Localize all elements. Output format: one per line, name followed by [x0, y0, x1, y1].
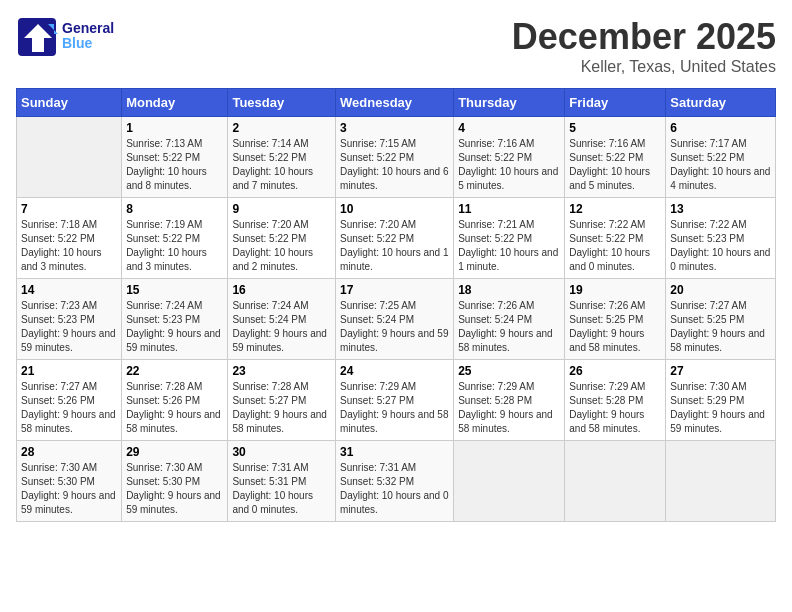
- day-cell: [565, 441, 666, 522]
- day-info: Sunrise: 7:14 AMSunset: 5:22 PMDaylight:…: [232, 137, 331, 193]
- page-header: General Blue December 2025 Keller, Texas…: [16, 16, 776, 76]
- day-cell: 11Sunrise: 7:21 AMSunset: 5:22 PMDayligh…: [454, 198, 565, 279]
- day-info: Sunrise: 7:24 AMSunset: 5:24 PMDaylight:…: [232, 299, 331, 355]
- day-info: Sunrise: 7:18 AMSunset: 5:22 PMDaylight:…: [21, 218, 117, 274]
- day-number: 17: [340, 283, 449, 297]
- logo: General Blue: [16, 16, 114, 56]
- day-cell: 25Sunrise: 7:29 AMSunset: 5:28 PMDayligh…: [454, 360, 565, 441]
- day-cell: 28Sunrise: 7:30 AMSunset: 5:30 PMDayligh…: [17, 441, 122, 522]
- day-number: 16: [232, 283, 331, 297]
- header-thursday: Thursday: [454, 89, 565, 117]
- week-row-5: 28Sunrise: 7:30 AMSunset: 5:30 PMDayligh…: [17, 441, 776, 522]
- day-cell: 29Sunrise: 7:30 AMSunset: 5:30 PMDayligh…: [122, 441, 228, 522]
- day-cell: 27Sunrise: 7:30 AMSunset: 5:29 PMDayligh…: [666, 360, 776, 441]
- header-tuesday: Tuesday: [228, 89, 336, 117]
- header-wednesday: Wednesday: [336, 89, 454, 117]
- day-info: Sunrise: 7:20 AMSunset: 5:22 PMDaylight:…: [340, 218, 449, 274]
- day-info: Sunrise: 7:29 AMSunset: 5:27 PMDaylight:…: [340, 380, 449, 436]
- day-number: 13: [670, 202, 771, 216]
- calendar-header-row: SundayMondayTuesdayWednesdayThursdayFrid…: [17, 89, 776, 117]
- day-cell: 19Sunrise: 7:26 AMSunset: 5:25 PMDayligh…: [565, 279, 666, 360]
- day-cell: 13Sunrise: 7:22 AMSunset: 5:23 PMDayligh…: [666, 198, 776, 279]
- day-info: Sunrise: 7:27 AMSunset: 5:26 PMDaylight:…: [21, 380, 117, 436]
- day-info: Sunrise: 7:30 AMSunset: 5:29 PMDaylight:…: [670, 380, 771, 436]
- day-cell: 22Sunrise: 7:28 AMSunset: 5:26 PMDayligh…: [122, 360, 228, 441]
- day-cell: [17, 117, 122, 198]
- day-info: Sunrise: 7:22 AMSunset: 5:23 PMDaylight:…: [670, 218, 771, 274]
- day-cell: 1Sunrise: 7:13 AMSunset: 5:22 PMDaylight…: [122, 117, 228, 198]
- day-info: Sunrise: 7:29 AMSunset: 5:28 PMDaylight:…: [569, 380, 661, 436]
- day-info: Sunrise: 7:23 AMSunset: 5:23 PMDaylight:…: [21, 299, 117, 355]
- day-info: Sunrise: 7:19 AMSunset: 5:22 PMDaylight:…: [126, 218, 223, 274]
- day-number: 22: [126, 364, 223, 378]
- day-cell: 31Sunrise: 7:31 AMSunset: 5:32 PMDayligh…: [336, 441, 454, 522]
- day-cell: 6Sunrise: 7:17 AMSunset: 5:22 PMDaylight…: [666, 117, 776, 198]
- day-info: Sunrise: 7:26 AMSunset: 5:25 PMDaylight:…: [569, 299, 661, 355]
- day-number: 8: [126, 202, 223, 216]
- day-number: 27: [670, 364, 771, 378]
- day-info: Sunrise: 7:20 AMSunset: 5:22 PMDaylight:…: [232, 218, 331, 274]
- day-cell: 23Sunrise: 7:28 AMSunset: 5:27 PMDayligh…: [228, 360, 336, 441]
- logo-text-general: General: [62, 21, 114, 36]
- day-number: 21: [21, 364, 117, 378]
- day-cell: 5Sunrise: 7:16 AMSunset: 5:22 PMDaylight…: [565, 117, 666, 198]
- day-cell: 21Sunrise: 7:27 AMSunset: 5:26 PMDayligh…: [17, 360, 122, 441]
- day-cell: 26Sunrise: 7:29 AMSunset: 5:28 PMDayligh…: [565, 360, 666, 441]
- day-number: 4: [458, 121, 560, 135]
- day-info: Sunrise: 7:29 AMSunset: 5:28 PMDaylight:…: [458, 380, 560, 436]
- day-info: Sunrise: 7:17 AMSunset: 5:22 PMDaylight:…: [670, 137, 771, 193]
- day-number: 24: [340, 364, 449, 378]
- day-number: 6: [670, 121, 771, 135]
- day-info: Sunrise: 7:28 AMSunset: 5:27 PMDaylight:…: [232, 380, 331, 436]
- header-friday: Friday: [565, 89, 666, 117]
- logo-text-blue: Blue: [62, 36, 114, 51]
- day-number: 1: [126, 121, 223, 135]
- day-info: Sunrise: 7:24 AMSunset: 5:23 PMDaylight:…: [126, 299, 223, 355]
- subtitle: Keller, Texas, United States: [512, 58, 776, 76]
- day-info: Sunrise: 7:22 AMSunset: 5:22 PMDaylight:…: [569, 218, 661, 274]
- day-cell: 7Sunrise: 7:18 AMSunset: 5:22 PMDaylight…: [17, 198, 122, 279]
- day-number: 28: [21, 445, 117, 459]
- day-cell: 16Sunrise: 7:24 AMSunset: 5:24 PMDayligh…: [228, 279, 336, 360]
- day-number: 20: [670, 283, 771, 297]
- day-cell: 10Sunrise: 7:20 AMSunset: 5:22 PMDayligh…: [336, 198, 454, 279]
- day-info: Sunrise: 7:25 AMSunset: 5:24 PMDaylight:…: [340, 299, 449, 355]
- day-number: 14: [21, 283, 117, 297]
- day-cell: [454, 441, 565, 522]
- day-number: 7: [21, 202, 117, 216]
- day-cell: 30Sunrise: 7:31 AMSunset: 5:31 PMDayligh…: [228, 441, 336, 522]
- day-cell: 18Sunrise: 7:26 AMSunset: 5:24 PMDayligh…: [454, 279, 565, 360]
- day-number: 31: [340, 445, 449, 459]
- day-number: 3: [340, 121, 449, 135]
- day-number: 30: [232, 445, 331, 459]
- day-info: Sunrise: 7:31 AMSunset: 5:31 PMDaylight:…: [232, 461, 331, 517]
- header-saturday: Saturday: [666, 89, 776, 117]
- day-number: 29: [126, 445, 223, 459]
- day-cell: 12Sunrise: 7:22 AMSunset: 5:22 PMDayligh…: [565, 198, 666, 279]
- day-cell: 9Sunrise: 7:20 AMSunset: 5:22 PMDaylight…: [228, 198, 336, 279]
- day-number: 19: [569, 283, 661, 297]
- day-number: 15: [126, 283, 223, 297]
- day-cell: 17Sunrise: 7:25 AMSunset: 5:24 PMDayligh…: [336, 279, 454, 360]
- day-info: Sunrise: 7:27 AMSunset: 5:25 PMDaylight:…: [670, 299, 771, 355]
- main-title: December 2025: [512, 16, 776, 58]
- week-row-4: 21Sunrise: 7:27 AMSunset: 5:26 PMDayligh…: [17, 360, 776, 441]
- title-area: December 2025 Keller, Texas, United Stat…: [512, 16, 776, 76]
- day-number: 5: [569, 121, 661, 135]
- day-info: Sunrise: 7:26 AMSunset: 5:24 PMDaylight:…: [458, 299, 560, 355]
- day-number: 9: [232, 202, 331, 216]
- day-number: 10: [340, 202, 449, 216]
- day-cell: 20Sunrise: 7:27 AMSunset: 5:25 PMDayligh…: [666, 279, 776, 360]
- day-info: Sunrise: 7:13 AMSunset: 5:22 PMDaylight:…: [126, 137, 223, 193]
- day-info: Sunrise: 7:30 AMSunset: 5:30 PMDaylight:…: [21, 461, 117, 517]
- day-number: 18: [458, 283, 560, 297]
- day-cell: 24Sunrise: 7:29 AMSunset: 5:27 PMDayligh…: [336, 360, 454, 441]
- day-number: 11: [458, 202, 560, 216]
- day-number: 23: [232, 364, 331, 378]
- day-number: 2: [232, 121, 331, 135]
- logo-icon: [16, 16, 56, 56]
- day-cell: 2Sunrise: 7:14 AMSunset: 5:22 PMDaylight…: [228, 117, 336, 198]
- day-info: Sunrise: 7:16 AMSunset: 5:22 PMDaylight:…: [569, 137, 661, 193]
- day-info: Sunrise: 7:31 AMSunset: 5:32 PMDaylight:…: [340, 461, 449, 517]
- day-cell: 8Sunrise: 7:19 AMSunset: 5:22 PMDaylight…: [122, 198, 228, 279]
